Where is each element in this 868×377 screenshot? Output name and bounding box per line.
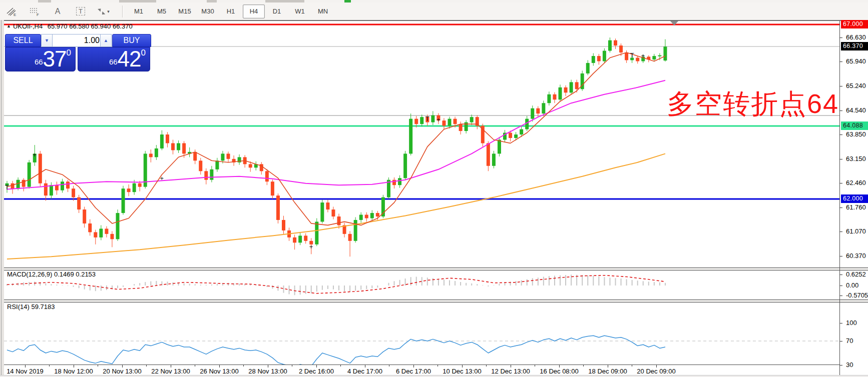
fibonacci-grid-icon[interactable]: F [24, 4, 46, 18]
candle-body [536, 108, 540, 114]
rsi-tick-label: 30 [846, 361, 853, 368]
candle-body [61, 182, 64, 190]
timeframe-button-m30[interactable]: M30 [197, 4, 219, 18]
macd-chart[interactable] [4, 270, 839, 300]
timeframe-button-m15[interactable]: M15 [174, 4, 196, 18]
line-studies-toolbar: E F A T ▾ M1M5M15M30H1H4D1W1MN [0, 2, 868, 20]
candle-body [603, 51, 606, 62]
candle-body [470, 117, 474, 122]
price-tick-label: 63.850 [846, 130, 866, 138]
sell-price-sup: 0 [67, 48, 71, 58]
timeframe-button-h1[interactable]: H1 [220, 4, 242, 18]
price-tick-mark [839, 183, 842, 184]
candle-body [337, 216, 341, 225]
candle-body [492, 154, 496, 166]
sell-quote-panel[interactable]: 66370 [5, 47, 76, 72]
price-tick-mark [839, 208, 842, 208]
text-label-icon[interactable]: A [47, 4, 69, 18]
ohlc-values: 65.970 66.580 65.940 66.370 [48, 22, 133, 30]
buy-price-big: 42 [118, 46, 141, 71]
price-badge-64.088: 64.088 [841, 122, 868, 130]
candle-body [459, 124, 463, 131]
sell-price-prefix: 66 [35, 58, 43, 66]
candle-body [547, 94, 551, 103]
candle-body [77, 198, 81, 210]
candle-body [420, 117, 423, 124]
candle-body [304, 236, 307, 240]
candle-body [509, 132, 512, 138]
volume-increase-button[interactable]: ▲ [100, 34, 112, 47]
time-axis-label: 14 Nov 2019 [7, 368, 44, 375]
candle-body [619, 46, 623, 52]
timeframe-button-h4[interactable]: H4 [243, 4, 265, 18]
macd-panel[interactable]: MACD(12,26,9) 0.1469 0.2153 0.62520.00-0… [4, 270, 868, 300]
macd-label: MACD(12,26,9) 0.1469 0.2153 [7, 270, 96, 278]
time-axis-label: 10 Dec 13:00 [443, 368, 481, 375]
candle-body [177, 143, 180, 150]
candle-body [414, 119, 418, 124]
timeframe-button-d1[interactable]: D1 [266, 4, 288, 18]
chart-object-mark[interactable]: T [5, 184, 9, 191]
price-tick-label: 63.150 [846, 155, 866, 162]
arrow-objects-icon[interactable]: ▾ [93, 4, 115, 18]
time-tick-minor [243, 365, 244, 366]
chart-object-mark[interactable]: + [641, 52, 645, 60]
main-chart-panel[interactable]: T+++T+T+ ▲UKOIl-,H4 65.970 66.580 65.940… [4, 21, 868, 268]
timeframe-button-m5[interactable]: M5 [151, 4, 173, 18]
chart-object-mark[interactable]: + [33, 151, 37, 158]
buy-button[interactable]: BUY [112, 34, 151, 47]
rsi-chart[interactable] [4, 302, 839, 364]
candle-body [50, 185, 53, 196]
time-axis-label: 20 Nov 13:00 [103, 368, 141, 375]
candle-body [83, 210, 86, 224]
candle-body [559, 88, 562, 100]
candle-body [94, 232, 97, 237]
time-axis[interactable]: 14 Nov 201918 Nov 12:0020 Nov 13:0022 No… [4, 364, 839, 376]
price-badge-62.000: 62.000 [841, 194, 868, 203]
candle-body [298, 236, 302, 242]
price-axis-border [839, 21, 840, 376]
chart-object-mark[interactable]: T [630, 52, 634, 59]
time-tick-minor [340, 365, 341, 366]
chart-shift-marker[interactable] [670, 21, 678, 26]
candle-body [39, 154, 42, 183]
time-axis-label: 26 Nov 13:00 [200, 368, 238, 375]
timeframe-buttons: M1M5M15M30H1H4D1W1MN [127, 4, 334, 18]
window-collapse-icon[interactable]: ▲ [7, 24, 11, 28]
price-badge-67.000: 67.000 [841, 20, 868, 28]
candle-body [221, 154, 224, 160]
candle-body [454, 119, 457, 124]
chart-object-mark[interactable]: T [425, 115, 429, 122]
time-axis-label: 18 Dec 09:00 [588, 368, 627, 375]
text-box-icon[interactable]: T [70, 4, 92, 18]
chart-object-mark[interactable]: + [309, 243, 313, 250]
buy-price-sup: 0 [141, 48, 146, 58]
svg-text:F: F [37, 12, 39, 16]
buy-quote-panel[interactable]: 66420 [78, 47, 150, 72]
chart-object-mark[interactable]: + [160, 174, 164, 182]
price-badge-66.370: 66.370 [841, 42, 868, 50]
price-tick-mark [839, 134, 842, 135]
chart-object-mark[interactable]: + [437, 116, 441, 124]
time-axis-label: 2 Dec 16:00 [299, 368, 334, 375]
volume-input[interactable]: 1.00 [52, 34, 103, 47]
sell-button[interactable]: SELL [5, 34, 41, 47]
candle-body [199, 160, 202, 171]
candle-body [658, 56, 661, 56]
timeframe-button-mn[interactable]: MN [312, 4, 334, 18]
candle-body [55, 185, 59, 190]
candle-body [138, 184, 142, 187]
rsi-panel[interactable]: RSI(14) 59.7183 10070300 [4, 302, 868, 364]
timeframe-button-m1[interactable]: M1 [128, 4, 150, 18]
volume-decrease-button[interactable]: ▼ [41, 34, 53, 47]
candle-body [110, 234, 114, 239]
time-tick-minor [438, 365, 438, 366]
time-axis-label: 20 Dec 09:00 [637, 368, 675, 375]
timeframe-button-w1[interactable]: W1 [289, 4, 311, 18]
candle-body [442, 120, 446, 126]
price-tick-label: 60.370 [846, 252, 866, 260]
candle-body [265, 171, 269, 182]
chart-text-annotation[interactable]: 多空转折点64 [667, 86, 839, 122]
candle-body [293, 238, 296, 242]
equidistant-channel-icon[interactable]: E [1, 4, 23, 18]
